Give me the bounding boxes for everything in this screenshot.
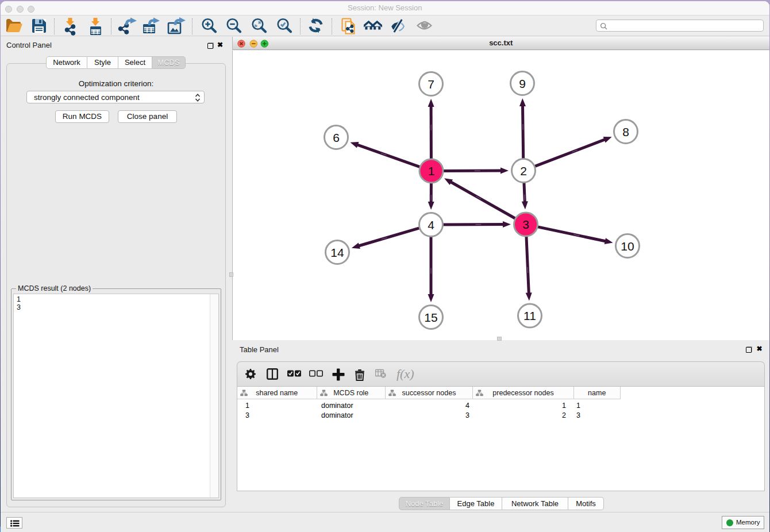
- svg-text:2: 2: [520, 164, 527, 178]
- svg-text:8: 8: [622, 125, 629, 138]
- svg-text:f(x): f(x): [396, 368, 414, 381]
- svg-text:3: 3: [522, 218, 529, 231]
- svg-text:14: 14: [330, 246, 344, 259]
- svg-text:7: 7: [428, 78, 434, 91]
- svg-text:10: 10: [621, 240, 634, 253]
- svg-text:4: 4: [428, 218, 434, 232]
- svg-text:11: 11: [523, 309, 536, 322]
- svg-text:9: 9: [519, 77, 526, 90]
- svg-text:1: 1: [428, 164, 435, 178]
- svg-text:6: 6: [333, 131, 340, 144]
- svg-text:15: 15: [424, 311, 437, 324]
